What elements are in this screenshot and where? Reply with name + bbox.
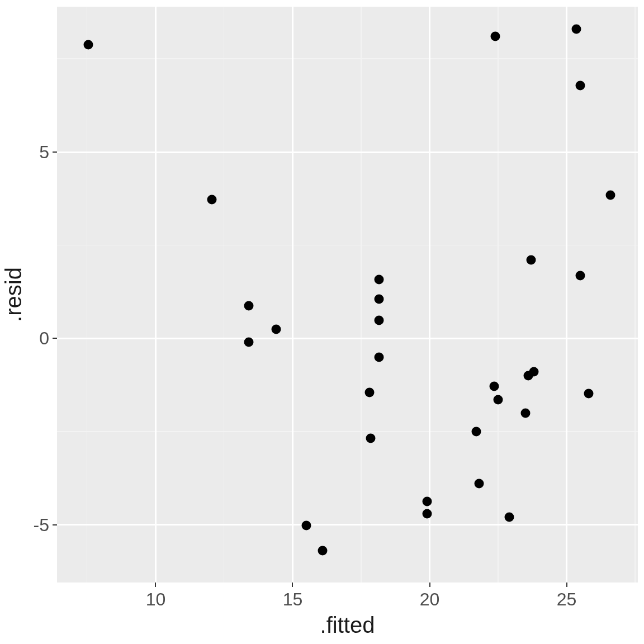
x-gridline-major xyxy=(155,7,157,583)
data-point xyxy=(422,497,432,506)
data-point xyxy=(576,81,585,91)
plot-panel xyxy=(57,7,638,583)
x-tick-label: 25 xyxy=(557,590,577,608)
x-tick-mark xyxy=(566,583,567,587)
x-tick-label: 10 xyxy=(146,590,166,608)
data-point xyxy=(471,427,481,437)
y-gridline-major xyxy=(57,338,638,339)
data-point xyxy=(584,389,593,399)
data-point xyxy=(491,32,500,41)
x-gridline-minor xyxy=(634,7,636,583)
x-gridline-minor xyxy=(498,7,499,583)
data-point xyxy=(374,275,383,285)
x-gridline-minor xyxy=(87,7,88,583)
data-point xyxy=(374,352,383,362)
data-point xyxy=(494,395,503,405)
y-tick-label: -5 xyxy=(34,516,49,534)
data-point xyxy=(244,338,254,347)
data-point xyxy=(422,509,432,518)
data-point xyxy=(374,295,383,304)
data-point xyxy=(529,367,538,377)
data-point xyxy=(318,546,328,556)
x-gridline-minor xyxy=(361,7,362,583)
y-tick-label: 0 xyxy=(39,329,49,347)
y-gridline-minor xyxy=(57,245,638,246)
x-axis-title: .fitted xyxy=(320,614,375,636)
data-point xyxy=(301,521,311,531)
data-point xyxy=(571,25,581,34)
data-point xyxy=(526,255,536,265)
data-point xyxy=(605,190,615,200)
x-gridline-major xyxy=(566,7,567,583)
data-point xyxy=(364,388,374,397)
data-point xyxy=(374,316,383,325)
y-gridline-minor xyxy=(57,431,638,432)
x-tick-label: 20 xyxy=(420,590,440,608)
y-tick-label: 5 xyxy=(39,143,49,161)
data-point xyxy=(489,381,499,391)
x-gridline-minor xyxy=(224,7,225,583)
y-gridline-major xyxy=(57,151,638,153)
y-tick-mark xyxy=(53,338,57,339)
data-point xyxy=(366,434,376,443)
x-tick-mark xyxy=(155,583,156,587)
data-point xyxy=(244,301,254,310)
y-axis-title: .resid xyxy=(2,267,25,322)
x-tick-mark xyxy=(292,583,293,587)
x-tick-label: 15 xyxy=(283,590,303,608)
y-tick-mark xyxy=(53,524,57,525)
x-gridline-major xyxy=(429,7,430,583)
scatter-chart: .fitted .resid 10152025-505 xyxy=(0,0,644,644)
data-point xyxy=(474,479,484,489)
data-point xyxy=(84,40,93,50)
y-tick-mark xyxy=(53,151,57,153)
x-tick-mark xyxy=(429,583,430,587)
data-point xyxy=(207,195,216,205)
data-point xyxy=(504,513,514,522)
y-gridline-minor xyxy=(57,58,638,59)
data-point xyxy=(521,408,531,418)
y-gridline-major xyxy=(57,524,638,525)
data-point xyxy=(272,324,281,334)
data-point xyxy=(576,271,585,281)
x-gridline-major xyxy=(292,7,293,583)
